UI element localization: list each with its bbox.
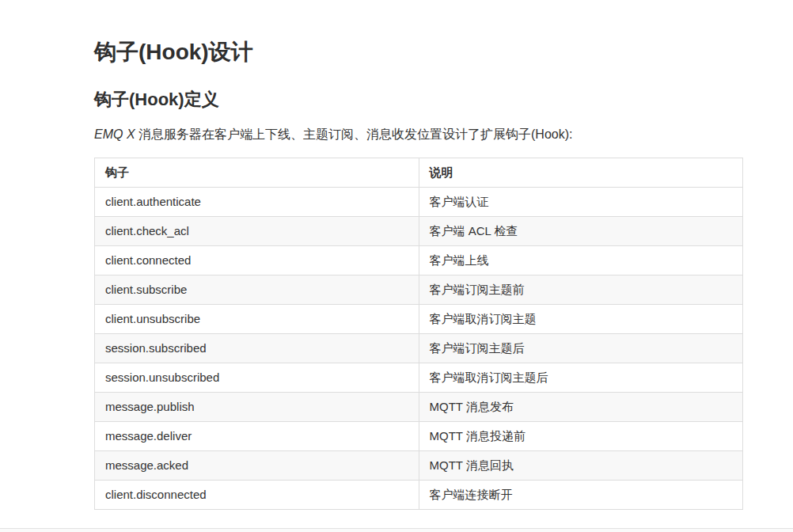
table-header-row: 钩子 说明 (95, 158, 743, 187)
table-row: session.subscribed客户端订阅主题后 (95, 333, 743, 363)
table-head: 钩子 说明 (95, 158, 743, 187)
hook-name-cell: message.publish (95, 392, 419, 421)
hook-description-cell: 客户端 ACL 检查 (419, 216, 743, 245)
table-row: client.subscribe客户端订阅主题前 (95, 275, 743, 304)
hook-description-cell: MQTT 消息回执 (419, 450, 743, 480)
table-row: message.publishMQTT 消息发布 (95, 392, 743, 421)
hook-name-cell: client.authenticate (95, 187, 419, 216)
table-row: client.connected客户端上线 (95, 245, 743, 275)
hook-name-cell: message.acked (95, 450, 419, 480)
hook-description-cell: 客户端上线 (419, 245, 743, 275)
table-row: client.disconnected客户端连接断开 (95, 480, 743, 509)
table-row: client.unsubscribe客户端取消订阅主题 (95, 304, 743, 333)
hook-name-cell: client.unsubscribe (95, 304, 419, 333)
hook-name-cell: session.unsubscribed (95, 363, 419, 392)
intro-paragraph: EMQ X 消息服务器在客户端上下线、主题订阅、消息收发位置设计了扩展钩子(Ho… (94, 109, 743, 142)
table-row: session.unsubscribed客户端取消订阅主题后 (95, 363, 743, 392)
hook-name-cell: session.subscribed (95, 333, 419, 363)
hook-description-cell: 客户端取消订阅主题后 (419, 363, 743, 392)
product-name-emphasis: EMQ X (94, 127, 135, 141)
table-row: message.ackedMQTT 消息回执 (95, 450, 743, 480)
hook-name-cell: client.connected (95, 245, 419, 275)
doc-page: { "article": { "title": "钩子(Hook)设计", "s… (0, 0, 793, 532)
table-row: client.check_acl客户端 ACL 检查 (95, 216, 743, 245)
column-header-description: 说明 (419, 158, 743, 187)
table-body: client.authenticate客户端认证client.check_acl… (95, 187, 743, 509)
page-title: 钩子(Hook)设计 (94, 0, 743, 65)
table-row: message.deliverMQTT 消息投递前 (95, 421, 743, 450)
column-header-hook: 钩子 (95, 158, 419, 187)
hook-description-cell: 客户端连接断开 (419, 480, 743, 509)
hook-description-cell: 客户端认证 (419, 187, 743, 216)
table-row: client.authenticate客户端认证 (95, 187, 743, 216)
hook-description-cell: 客户端订阅主题前 (419, 275, 743, 304)
hook-name-cell: client.disconnected (95, 480, 419, 509)
hook-description-cell: 客户端订阅主题后 (419, 333, 743, 363)
hook-name-cell: client.check_acl (95, 216, 419, 245)
hook-name-cell: client.subscribe (95, 275, 419, 304)
hook-description-cell: 客户端取消订阅主题 (419, 304, 743, 333)
hooks-table: 钩子 说明 client.authenticate客户端认证client.che… (94, 158, 743, 510)
hook-description-cell: MQTT 消息发布 (419, 392, 743, 421)
article: 钩子(Hook)设计 钩子(Hook)定义 EMQ X 消息服务器在客户端上下线… (94, 0, 743, 510)
section-heading: 钩子(Hook)定义 (94, 65, 743, 109)
intro-text: 消息服务器在客户端上下线、主题订阅、消息收发位置设计了扩展钩子(Hook): (135, 127, 573, 141)
hook-description-cell: MQTT 消息投递前 (419, 421, 743, 450)
next-section-edge (0, 528, 793, 532)
hook-name-cell: message.deliver (95, 421, 419, 450)
